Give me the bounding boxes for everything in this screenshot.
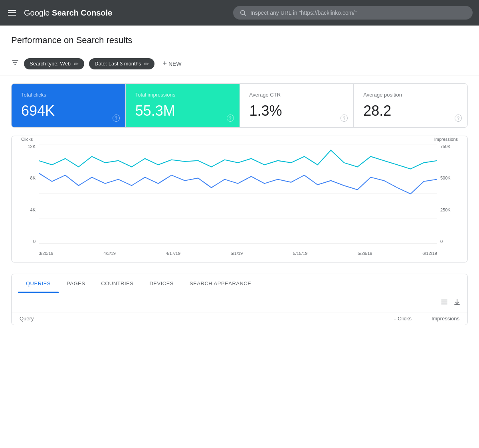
avg-ctr-label: Average CTR [249,92,344,98]
plus-icon: + [162,59,167,68]
page-title: Performance on Search results [11,35,468,45]
x-label-7: 6/12/19 [422,251,437,256]
impressions-line [39,150,437,169]
clicks-line [39,173,437,194]
tab-pages[interactable]: PAGES [59,274,93,293]
date-label: Date: Last 3 months [95,61,141,67]
url-search-bar[interactable] [233,6,473,20]
clicks-label: Clicks [398,316,412,322]
x-label-1: 3/20/19 [39,251,53,256]
total-clicks-card[interactable]: Total clicks 694K ? [12,84,126,127]
logo-text-bold: Search Console [52,8,112,17]
total-impressions-help-icon[interactable]: ? [227,114,234,122]
columns-icon[interactable] [440,298,448,307]
chart-section: 12K 8K 4K 0 750K 500K 250K 0 Clicks Impr… [0,128,479,266]
total-impressions-label: Total impressions [135,92,230,98]
avg-position-card[interactable]: Average position 28.2 ? [354,84,467,127]
x-label-3: 4/17/19 [166,251,180,256]
chart-area: 12K 8K 4K 0 750K 500K 250K 0 Clicks Impr… [21,144,458,256]
x-label-5: 5/15/19 [293,251,308,256]
chart-x-labels: 3/20/19 4/3/19 4/17/19 5/1/19 5/15/19 5/… [39,251,437,256]
x-label-6: 5/29/19 [358,251,372,256]
impressions-column-header: Impressions [412,316,459,322]
chart-svg [39,144,437,244]
avg-position-label: Average position [363,92,458,98]
y-left-tick-12k: 12K [21,144,36,149]
tabs-toolbar [12,293,467,312]
y-left-tick-4k: 4K [21,207,36,212]
sort-arrow-icon: ↓ [394,316,396,322]
y-right-tick-750k: 750K [440,144,458,149]
total-clicks-label: Total clicks [21,92,116,98]
y-right-tick-250k: 250K [440,207,458,212]
x-label-4: 5/1/19 [231,251,243,256]
search-type-label: Search type: Web [30,61,71,67]
search-type-edit-icon: ✏ [74,61,79,67]
page-header: Performance on Search results [0,26,479,52]
tab-search-appearance[interactable]: SEARCH APPEARANCE [182,274,259,293]
logo-text-regular: Google [24,8,52,17]
tab-queries[interactable]: QUERIES [18,274,59,293]
impressions-axis-label: Impressions [434,137,458,142]
tabs-nav: QUERIES PAGES COUNTRIES DEVICES SEARCH A… [12,274,467,293]
svg-line-1 [244,14,246,16]
total-impressions-value: 55.3M [135,103,230,119]
x-label-2: 4/3/19 [103,251,116,256]
chart-y-left-axis: 12K 8K 4K 0 [21,144,36,244]
query-column-header: Query [20,316,364,322]
app-logo: Google Search Console [24,8,112,18]
total-impressions-card[interactable]: Total impressions 55.3M ? [126,84,240,127]
total-clicks-help-icon[interactable]: ? [113,114,120,122]
filters-bar: Search type: Web ✏ Date: Last 3 months ✏… [0,52,479,75]
url-search-input[interactable] [250,10,466,16]
svg-point-0 [241,10,245,14]
new-filter-button[interactable]: + NEW [159,58,184,69]
main-content: Performance on Search results Search typ… [0,26,479,448]
avg-position-help-icon[interactable]: ? [455,114,462,122]
y-left-tick-8k: 8K [21,176,36,180]
chart-y-right-axis: 750K 500K 250K 0 [440,144,458,244]
tab-devices[interactable]: DEVICES [141,274,182,293]
tabs-container: QUERIES PAGES COUNTRIES DEVICES SEARCH A… [11,274,468,325]
total-clicks-value: 694K [21,103,116,119]
tab-countries[interactable]: COUNTRIES [93,274,141,293]
y-right-tick-500k: 500K [440,176,458,180]
date-chip[interactable]: Date: Last 3 months ✏ [89,58,154,69]
app-header: Google Search Console [0,0,479,26]
y-left-tick-0: 0 [21,239,36,244]
clicks-column-header[interactable]: ↓ Clicks [364,316,412,322]
avg-ctr-card[interactable]: Average CTR 1.3% ? [240,84,354,127]
table-header: Query ↓ Clicks Impressions [12,312,467,325]
new-button-label: NEW [168,61,182,67]
tabs-section: QUERIES PAGES COUNTRIES DEVICES SEARCH A… [0,266,479,333]
avg-ctr-value: 1.3% [249,103,344,119]
chart-container: 12K 8K 4K 0 750K 500K 250K 0 Clicks Impr… [11,136,468,262]
metrics-cards: Total clicks 694K ? Total impressions 55… [11,83,468,128]
search-type-chip[interactable]: Search type: Web ✏ [24,58,84,69]
y-right-tick-0: 0 [440,239,458,244]
filter-icon [11,59,19,69]
date-edit-icon: ✏ [144,61,149,67]
chart-svg-wrapper [39,144,437,244]
download-icon[interactable] [453,298,461,307]
metrics-section: Total clicks 694K ? Total impressions 55… [0,75,479,128]
avg-ctr-help-icon[interactable]: ? [340,114,348,122]
search-icon [240,9,246,16]
menu-button[interactable] [6,8,18,17]
clicks-axis-label: Clicks [21,137,33,142]
avg-position-value: 28.2 [363,103,458,119]
